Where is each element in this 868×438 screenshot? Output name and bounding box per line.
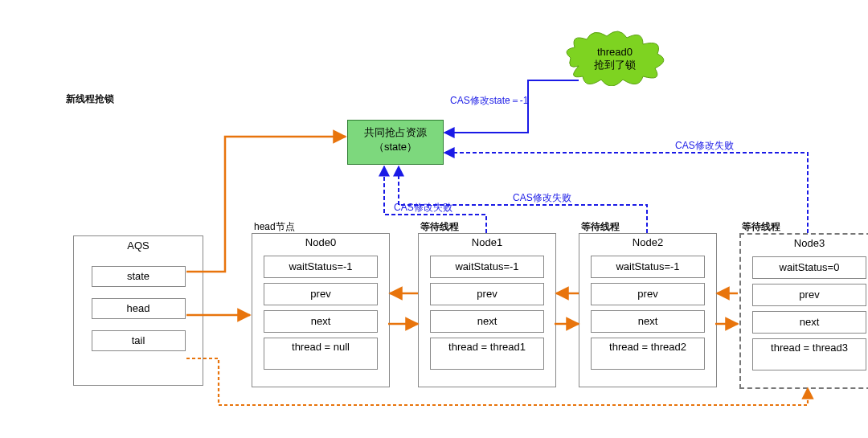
aqs-tail: tail <box>92 330 186 351</box>
node3-next: next <box>752 311 866 334</box>
node0-prev: prev <box>264 283 378 305</box>
aqs-title: AQS <box>74 236 203 255</box>
node1-prev: prev <box>430 283 544 305</box>
node0-box: Node0 waitStatus=-1 prev next thread = n… <box>252 233 390 387</box>
node2-next: next <box>591 310 705 333</box>
node2-box: Node2 waitStatus=-1 prev next thread = t… <box>579 233 717 387</box>
node2-label: 等待线程 <box>581 220 620 234</box>
cas-fail-n1: CAS修改失败 <box>394 201 452 215</box>
cas-ok-label: CAS修改state＝-1 <box>450 94 528 108</box>
node2-ws: waitStatus=-1 <box>591 256 705 278</box>
node2-prev: prev <box>591 283 705 305</box>
aqs-head: head <box>92 298 186 319</box>
aqs-state: state <box>92 266 186 287</box>
node3-prev: prev <box>752 284 866 306</box>
node0-label: head节点 <box>254 220 295 234</box>
node0-thread: thread = null <box>264 338 378 370</box>
node3-title: Node3 <box>741 235 868 252</box>
aqs-box: AQS state head tail <box>73 235 203 386</box>
node2-title: Node2 <box>579 234 716 251</box>
cas-fail-n2: CAS修改失败 <box>513 191 571 205</box>
shared-resource: 共同抢占资源（state） <box>347 120 444 165</box>
node1-thread: thread = thread1 <box>430 338 544 370</box>
diagram-title: 新线程抢锁 <box>66 92 114 106</box>
node3-box: Node3 waitStatus=0 prev next thread = th… <box>739 233 868 389</box>
node3-ws: waitStatus=0 <box>752 256 866 279</box>
node1-ws: waitStatus=-1 <box>430 256 544 278</box>
node1-box: Node1 waitStatus=-1 prev next thread = t… <box>418 233 556 387</box>
cloud-text: thread0抢到了锁 <box>563 46 667 72</box>
thread0-cloud: thread0抢到了锁 <box>563 30 667 86</box>
node2-thread: thread = thread2 <box>591 338 705 370</box>
node0-title: Node0 <box>252 234 389 251</box>
node0-ws: waitStatus=-1 <box>264 256 378 278</box>
node1-label: 等待线程 <box>420 220 459 234</box>
node1-title: Node1 <box>419 234 555 251</box>
cas-fail-n3: CAS修改失败 <box>675 139 734 153</box>
node1-next: next <box>430 310 544 333</box>
node3-thread: thread = thread3 <box>752 338 866 370</box>
diagram-stage: 新线程抢锁 AQS state head tail head节点 等待线程 等待… <box>0 0 868 438</box>
node0-next: next <box>264 310 378 333</box>
node3-label: 等待线程 <box>742 220 780 234</box>
